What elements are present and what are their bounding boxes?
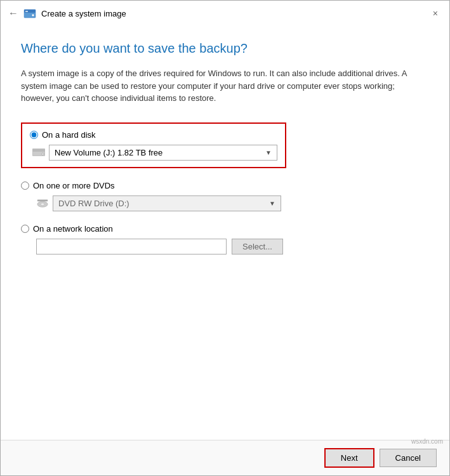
dvd-label[interactable]: On one or more DVDs — [21, 181, 429, 190]
hard-disk-icon — [32, 147, 45, 157]
footer: Next Cancel — [1, 440, 449, 475]
dvd-dropdown[interactable]: DVD RW Drive (D:) ▼ — [53, 195, 281, 211]
dvd-section: On one or more DVDs DVD RW Drive (D:) ▼ — [21, 181, 429, 211]
hard-disk-label[interactable]: On a hard disk — [30, 130, 277, 140]
content-area: Where do you want to save the backup? A … — [1, 26, 449, 440]
dvd-radio[interactable] — [21, 182, 29, 190]
svg-rect-5 — [32, 149, 45, 152]
hard-disk-dropdown[interactable]: New Volume (J:) 1.82 TB free ▼ — [49, 145, 277, 161]
select-button[interactable]: Select... — [232, 239, 283, 255]
hard-disk-section: On a hard disk New Volume (J:) 1.82 TB f… — [21, 122, 429, 168]
svg-point-2 — [32, 14, 34, 17]
svg-point-6 — [42, 153, 44, 155]
title-bar-left: ← Create a system image — [8, 7, 126, 20]
network-input-row: Select... — [36, 239, 429, 255]
hard-disk-option-box: On a hard disk New Volume (J:) 1.82 TB f… — [21, 122, 286, 168]
network-label[interactable]: On a network location — [21, 224, 429, 234]
page-description: A system image is a copy of the drives r… — [21, 67, 429, 105]
svg-rect-3 — [25, 11, 28, 12]
network-section: On a network location Select... — [21, 224, 429, 255]
svg-point-8 — [41, 203, 44, 206]
dvd-dropdown-container: DVD RW Drive (D:) ▼ — [36, 195, 429, 211]
next-button[interactable]: Next — [324, 448, 374, 468]
network-radio[interactable] — [21, 225, 29, 233]
window-title: Create a system image — [41, 9, 126, 18]
window-icon — [23, 7, 36, 20]
hard-disk-dropdown-arrow: ▼ — [265, 149, 272, 156]
hard-disk-radio[interactable] — [30, 131, 38, 139]
title-bar: ← Create a system image × — [1, 1, 449, 26]
dvd-dropdown-arrow: ▼ — [269, 200, 275, 207]
page-heading: Where do you want to save the backup? — [21, 41, 429, 56]
back-button[interactable]: ← — [8, 8, 18, 19]
dvd-icon — [36, 198, 49, 208]
cancel-button[interactable]: Cancel — [380, 449, 437, 467]
svg-rect-9 — [37, 200, 48, 202]
close-button[interactable]: × — [429, 7, 442, 20]
watermark: wsxdn.com — [411, 438, 443, 445]
hard-disk-dropdown-container: New Volume (J:) 1.82 TB free ▼ — [32, 145, 277, 161]
main-window: ← Create a system image × Where do you w… — [0, 0, 450, 476]
network-location-input[interactable] — [36, 239, 227, 255]
